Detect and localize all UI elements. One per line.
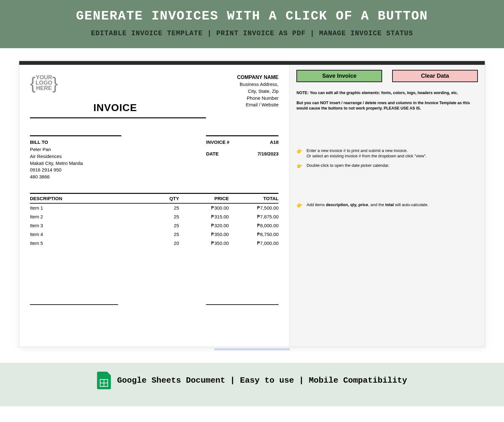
col-price: PRICE: [179, 193, 229, 203]
divider: [30, 135, 121, 136]
signature-lines: [30, 304, 278, 305]
invoice-date-label: DATE: [206, 151, 219, 156]
table-row[interactable]: Item 425₱350.00₱8,750.00: [30, 230, 278, 239]
line-items-table[interactable]: DESCRIPTION QTY PRICE TOTAL Item 125₱300…: [30, 193, 278, 248]
clear-data-button[interactable]: Clear Data: [392, 70, 478, 82]
col-qty: QTY: [144, 193, 179, 203]
table-row[interactable]: Item 125₱300.00₱7,500.00: [30, 203, 278, 212]
invoice-meta: INVOICE # A18 DATE 7/19/2023: [206, 135, 278, 180]
bill-to-name: Peter Pan: [30, 146, 121, 153]
invoice-number-label: INVOICE #: [206, 139, 229, 145]
bill-to-phone1: 0916 2914 950: [30, 166, 121, 173]
bill-to-city: Makati City, Metro Manila: [30, 160, 121, 167]
company-address: Business Address,: [237, 81, 278, 88]
bill-to-section[interactable]: BILL TO Peter Pan Air Residences Makati …: [30, 135, 121, 180]
sheet-selection-indicator: [214, 348, 290, 350]
google-sheets-icon: [97, 372, 111, 389]
company-phone: Phone Number: [237, 95, 278, 102]
pointing-hand-icon: 👉: [296, 202, 303, 209]
bill-to-company: Air Residences: [30, 153, 121, 160]
divider: [206, 135, 278, 136]
invoice-template-pane: { YOUR LOGO HERE } COMPANY NAME Business…: [19, 61, 289, 347]
hint-items: 👉 Add items description, qty, price, and…: [296, 202, 478, 209]
table-row[interactable]: Item 325₱320.00₱8,000.00: [30, 221, 278, 230]
note-text: NOTE: You can edit all the graphic eleme…: [296, 90, 478, 96]
footer-text: Google Sheets Document | Easy to use | M…: [117, 376, 407, 385]
hero-banner: GENERATE INVOICES WITH A CLICK OF A BUTT…: [0, 0, 504, 48]
logo-line: HERE: [36, 85, 52, 91]
company-info[interactable]: COMPANY NAME Business Address, City, Sta…: [237, 74, 278, 108]
table-row[interactable]: Item 520₱350.00₱7,000.00: [30, 239, 278, 248]
col-description: DESCRIPTION: [30, 193, 144, 203]
table-row[interactable]: Item 225₱315.00₱7,875.00: [30, 212, 278, 221]
bill-to-header: BILL TO: [30, 139, 121, 145]
divider: [30, 117, 206, 118]
col-total: TOTAL: [229, 193, 278, 203]
invoice-title: INVOICE: [30, 102, 137, 114]
invoice-number-value[interactable]: A18: [270, 139, 279, 145]
hint-invoice-number: 👉 Enter a new invoice # to print and sub…: [296, 148, 478, 159]
instructions-pane: Save Invoice Clear Data NOTE: You can ed…: [289, 61, 485, 347]
spreadsheet-view: { YOUR LOGO HERE } COMPANY NAME Business…: [19, 61, 485, 347]
pointing-hand-icon: 👉: [296, 148, 303, 155]
company-contact: Email / Website: [237, 101, 278, 108]
invoice-date-value[interactable]: 7/19/2023: [258, 151, 279, 156]
banner-subtitle: EDITABLE INVOICE TEMPLATE | PRINT INVOIC…: [0, 30, 504, 37]
company-name: COMPANY NAME: [237, 74, 278, 81]
company-csz: City, State, Zip: [237, 88, 278, 95]
save-invoice-button[interactable]: Save Invoice: [296, 70, 382, 82]
pointing-hand-icon: 👉: [296, 163, 303, 170]
hint-date: 👉 Double-click to open the date picker c…: [296, 163, 478, 170]
logo-placeholder[interactable]: { YOUR LOGO HERE }: [30, 74, 58, 92]
footer-banner: Google Sheets Document | Easy to use | M…: [0, 363, 504, 406]
bill-to-phone2: 480 3866: [30, 173, 121, 180]
banner-title: GENERATE INVOICES WITH A CLICK OF A BUTT…: [0, 9, 504, 23]
note-text: But you can NOT insert / rearrange / del…: [296, 100, 478, 111]
